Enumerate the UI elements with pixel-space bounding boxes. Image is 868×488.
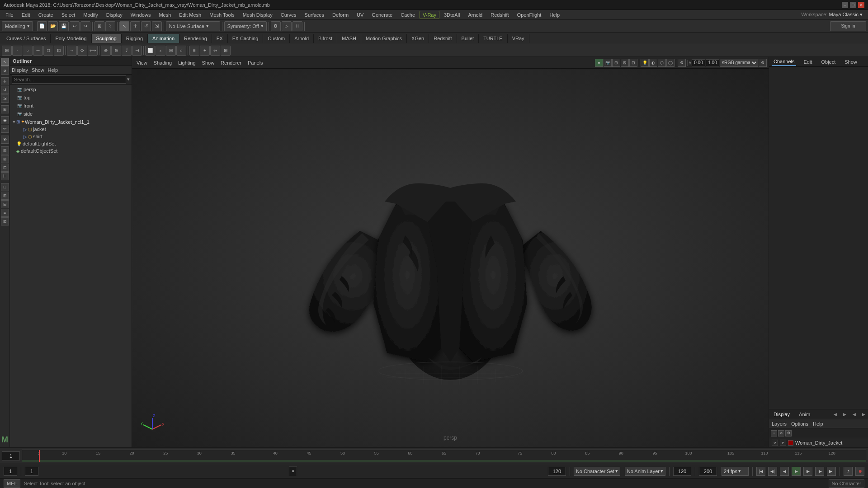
- menu-create[interactable]: Create: [35, 11, 57, 19]
- menu-select[interactable]: Select: [58, 11, 79, 19]
- tab-bifrost[interactable]: Bifrost: [314, 34, 337, 43]
- soft-select-button[interactable]: ⟳: [77, 46, 87, 56]
- tab-custom[interactable]: Custom: [263, 34, 290, 43]
- open-file-button[interactable]: 📂: [48, 21, 58, 31]
- tab-bullet[interactable]: Bullet: [457, 34, 479, 43]
- snap-curve-button[interactable]: ⌇: [105, 21, 115, 31]
- redo-button[interactable]: ↪: [80, 21, 90, 31]
- timeline-current-frame[interactable]: [2, 451, 20, 460]
- icon-group-4[interactable]: ⊢: [1, 172, 9, 180]
- tab-rigging[interactable]: Rigging: [122, 34, 148, 43]
- component-mode-button[interactable]: ·: [12, 46, 22, 56]
- go-start-button[interactable]: |◀: [756, 467, 765, 476]
- separate-button[interactable]: ⊖: [111, 46, 121, 56]
- outliner-display-menu[interactable]: Display: [12, 67, 28, 73]
- tab-turtle[interactable]: TURTLE: [479, 34, 508, 43]
- show-hide-icon-button[interactable]: 👁: [1, 136, 9, 144]
- range-max-input[interactable]: [673, 467, 691, 476]
- expand-icon-1[interactable]: ◀: [834, 412, 837, 417]
- mode-dropdown[interactable]: Modeling ▾: [2, 21, 33, 31]
- bridge-button[interactable]: ⊟: [166, 46, 176, 56]
- vp-menu-shading[interactable]: Shading: [151, 59, 175, 66]
- soft-select-icon-button[interactable]: ◉: [1, 116, 9, 124]
- expand-icon-3[interactable]: ◀: [853, 412, 856, 417]
- icon-bottom-5[interactable]: ⊠: [1, 217, 9, 225]
- menu-vray[interactable]: V-Ray: [420, 11, 439, 19]
- tab-redshift[interactable]: Redshift: [429, 34, 457, 43]
- new-file-button[interactable]: 📄: [37, 21, 47, 31]
- combine-button[interactable]: ⊕: [101, 46, 111, 56]
- menu-surfaces[interactable]: Surfaces: [301, 11, 328, 19]
- vp-btn-1[interactable]: ●: [595, 59, 603, 67]
- viewport-3d[interactable]: X Y Z persp: [132, 69, 769, 447]
- go-end-button[interactable]: ▶|: [827, 467, 836, 476]
- layer-visibility-button[interactable]: V: [772, 440, 778, 446]
- extrude-button[interactable]: ⬜: [145, 46, 155, 56]
- tree-item-objectset[interactable]: ◈ defaultObjectSet: [10, 147, 132, 155]
- tab-fx-caching[interactable]: FX Caching: [228, 34, 263, 43]
- menu-openflight[interactable]: OpenFlight: [514, 11, 545, 19]
- lasso-icon-button[interactable]: ⌀: [1, 66, 9, 75]
- fill-hole-button[interactable]: ⌂: [176, 46, 186, 56]
- menu-arnold[interactable]: Arnold: [464, 11, 486, 19]
- mirror-button[interactable]: ⊣: [132, 46, 142, 56]
- no-anim-layer-dropdown[interactable]: No Anim Layer ▾: [625, 467, 665, 476]
- slide-edge-button[interactable]: ⇔: [210, 46, 220, 56]
- fps-dropdown[interactable]: 24 fps ▾: [722, 467, 749, 476]
- transform-icon-button[interactable]: ⊞: [1, 105, 9, 113]
- icon-bottom-3[interactable]: ⊟: [1, 200, 9, 208]
- auto-key-button[interactable]: ⏺: [855, 467, 864, 476]
- channels-tab[interactable]: Channels: [772, 58, 796, 66]
- tab-animation[interactable]: Animation: [148, 34, 179, 43]
- move-tool-button[interactable]: ✛: [130, 21, 140, 31]
- tab-motion-graphics[interactable]: Motion Graphics: [361, 34, 407, 43]
- icon-group-1[interactable]: ⊟: [1, 146, 9, 155]
- layer-playback-button[interactable]: P: [780, 440, 786, 446]
- frame-current-input[interactable]: [25, 467, 38, 476]
- tab-curves-surfaces[interactable]: Curves / Surfaces: [2, 34, 51, 43]
- outliner-show-menu[interactable]: Show: [32, 67, 44, 73]
- vp-btn-light[interactable]: 💡: [641, 59, 649, 67]
- range-total-input[interactable]: [699, 467, 717, 476]
- create-layer-button[interactable]: +: [771, 430, 777, 436]
- next-key-button[interactable]: |▶: [815, 467, 824, 476]
- menu-3dtoall[interactable]: 3DtoAll: [440, 11, 463, 19]
- vp-menu-panels[interactable]: Panels: [245, 59, 266, 66]
- transform-button[interactable]: ↔: [67, 46, 77, 56]
- icon-bottom-4[interactable]: ≡: [1, 209, 9, 217]
- edit-tab[interactable]: Edit: [802, 58, 814, 66]
- tab-poly-modeling[interactable]: Poly Modeling: [51, 34, 91, 43]
- live-surface-dropdown[interactable]: No Live Surface ▾: [166, 21, 220, 31]
- expand-icon-2[interactable]: ▶: [843, 412, 846, 417]
- vp-btn-3[interactable]: ⊠: [621, 59, 629, 67]
- vp-btn-camera[interactable]: 📷: [604, 59, 612, 67]
- layer-row[interactable]: V P Woman_Dirty_Jacket: [769, 438, 868, 447]
- prev-frame-button[interactable]: ◀: [780, 467, 789, 476]
- gamma-multiplier-input[interactable]: [706, 59, 719, 66]
- connect-button[interactable]: ⊞: [221, 46, 231, 56]
- extract-button[interactable]: ⤴: [122, 46, 132, 56]
- icon-group-2[interactable]: ⊠: [1, 155, 9, 163]
- menu-display[interactable]: Display: [103, 11, 126, 19]
- tab-mash[interactable]: MASH: [337, 34, 361, 43]
- tab-rendering[interactable]: Rendering: [179, 34, 212, 43]
- menu-cache[interactable]: Cache: [397, 11, 419, 19]
- next-frame-button[interactable]: ▶: [803, 467, 812, 476]
- menu-windows[interactable]: Windows: [127, 11, 155, 19]
- tree-item-lightset[interactable]: 💡 defaultLightSet: [10, 140, 132, 147]
- uv-mode-button[interactable]: ⊡: [54, 46, 64, 56]
- options-menu-item[interactable]: Options: [791, 421, 808, 427]
- close-button[interactable]: ✕: [858, 2, 864, 8]
- anim-tab[interactable]: Anim: [797, 411, 812, 418]
- ipr-render-button[interactable]: ⏸: [292, 21, 302, 31]
- tree-item-persp[interactable]: 📷 persp: [10, 85, 132, 94]
- rotate-tool-button[interactable]: ↺: [141, 21, 151, 31]
- menu-mesh-tools[interactable]: Mesh Tools: [206, 11, 238, 19]
- menu-curves[interactable]: Curves: [277, 11, 300, 19]
- play-button[interactable]: ▶: [792, 467, 801, 476]
- tab-vray[interactable]: VRay: [508, 34, 529, 43]
- undo-button[interactable]: ↩: [70, 21, 80, 31]
- symmetry-button[interactable]: ⟺: [88, 46, 98, 56]
- render-settings-button[interactable]: ⚙: [271, 21, 281, 31]
- face-mode-button[interactable]: □: [43, 46, 53, 56]
